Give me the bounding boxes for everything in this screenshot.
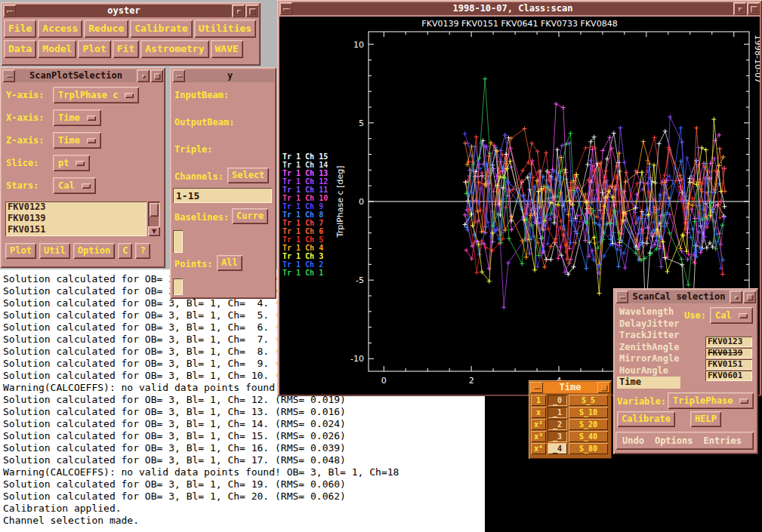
button-c[interactable]: C xyxy=(118,243,132,259)
cal-type-wavelength[interactable]: Wavelength xyxy=(617,306,680,318)
window-menu-button[interactable] xyxy=(3,5,16,17)
button-item[interactable]: ? xyxy=(135,243,150,259)
menu-button-astrometry[interactable]: Astrometry xyxy=(140,40,208,58)
star-list-item-fkv0123[interactable]: FKV0123 xyxy=(8,201,144,213)
order-toggle-3[interactable]: _3 xyxy=(548,431,567,442)
legend-entry-tr-1-ch-1: Tr 1 Ch 1 xyxy=(282,269,328,277)
basis-button-x[interactable]: x³ xyxy=(531,431,546,442)
window-menu-button[interactable] xyxy=(2,69,15,82)
menu-button-wave[interactable]: WAVE xyxy=(211,40,243,58)
menu-undo[interactable]: Undo xyxy=(622,435,644,446)
menu-button-file[interactable]: File xyxy=(4,20,36,38)
cal-star-fkv0601[interactable]: FKV0601 xyxy=(705,371,752,381)
maximize-button[interactable] xyxy=(150,69,163,82)
smoothing-column: S_5S_10S_20S_40S_80 xyxy=(569,395,608,454)
window-menu-button[interactable] xyxy=(615,291,628,303)
variable-option-menu[interactable]: TriplePhase xyxy=(668,392,754,409)
scrollbar-thumb[interactable] xyxy=(150,203,159,217)
basis-button-x[interactable]: x⁴ xyxy=(531,443,546,454)
points-button[interactable]: All xyxy=(217,255,242,271)
time-basis-grid: 1xx²x³x⁴ _0_1_2_3_4 S_5S_10S_20S_40S_80 xyxy=(531,395,610,454)
time-titlebar[interactable]: Time xyxy=(530,382,610,393)
star-list: FKV0123FKV0139FKV0151 xyxy=(5,201,147,236)
cal-type-time[interactable]: Time xyxy=(617,377,680,389)
smooth-button-s-80[interactable]: S_80 xyxy=(569,443,608,454)
cal-type-mirrorangle[interactable]: MirrorAngle xyxy=(617,353,680,365)
menu-button-utilities[interactable]: Utilities xyxy=(194,20,256,38)
option-menu-indicator xyxy=(739,398,748,404)
menu-options[interactable]: Options xyxy=(655,435,693,446)
channels-range-input[interactable] xyxy=(173,188,272,203)
iconify-button[interactable] xyxy=(232,5,245,17)
order-toggle-0[interactable]: _0 xyxy=(548,395,567,406)
option-menu-indicator xyxy=(739,313,748,318)
menu-button-reduce[interactable]: Reduce xyxy=(84,20,128,38)
scan-plot-selection-title: ScanPlotSelection xyxy=(16,69,136,82)
smooth-button-s-10[interactable]: S_10 xyxy=(569,407,608,418)
option-menu-slice[interactable]: pt xyxy=(53,155,90,171)
button-util[interactable]: Util xyxy=(39,243,70,259)
use-option-menu[interactable]: Cal xyxy=(710,307,753,324)
menu-button-access[interactable]: Access xyxy=(38,20,82,38)
window-menu-button[interactable] xyxy=(279,2,292,15)
basis-button-x[interactable]: x xyxy=(531,407,546,418)
plot-titlebar[interactable]: 1998-10-07, Class:scan xyxy=(279,2,760,15)
cal-star-fkv0123[interactable]: FKV0123 xyxy=(705,337,752,347)
button-option[interactable]: Option xyxy=(73,243,115,259)
option-menu-y-axis[interactable]: TrplPhase c xyxy=(53,87,139,103)
basis-button-1[interactable]: 1 xyxy=(531,395,546,406)
smooth-button-s-5[interactable]: S_5 xyxy=(569,395,608,406)
list-scrollbar[interactable]: ▼ xyxy=(148,201,160,236)
iconify-button[interactable] xyxy=(730,291,742,303)
smooth-button-s-40[interactable]: S_40 xyxy=(569,431,608,442)
menu-entries[interactable]: Entries xyxy=(703,435,742,446)
cal-star-fkv0139[interactable]: FKV0139 xyxy=(705,348,752,358)
channels-select-button[interactable]: Select xyxy=(227,168,269,183)
order-toggle-1[interactable]: _1 xyxy=(548,407,567,418)
scrollbar-down-arrow[interactable]: ▼ xyxy=(148,226,160,236)
cal-type-delayjitter[interactable]: DelayJitter xyxy=(617,318,680,331)
option-menu-stars[interactable]: Cal xyxy=(53,177,96,194)
menu-button-plot[interactable]: Plot xyxy=(78,40,110,58)
order-toggle-4[interactable]: _4 xyxy=(548,443,567,454)
menu-button-calibrate[interactable]: Calibrate xyxy=(130,20,192,38)
iconify-button[interactable] xyxy=(733,2,746,15)
cal-type-zenithangle[interactable]: ZenithAngle xyxy=(617,342,680,354)
option-menu-indicator xyxy=(76,161,85,166)
cal-type-hourangle[interactable]: HourAngle xyxy=(617,365,680,377)
menu-button-model[interactable]: Model xyxy=(38,40,76,58)
calibrate-button[interactable]: Calibrate xyxy=(617,411,675,427)
option-menu-x-axis[interactable]: Time xyxy=(53,109,101,126)
oyster-titlebar[interactable]: oyster xyxy=(3,5,258,17)
option-menu-z-axis[interactable]: Time xyxy=(53,132,101,149)
points-list[interactable] xyxy=(173,278,183,295)
maximize-button[interactable] xyxy=(747,2,760,15)
y-titlebar[interactable]: y xyxy=(172,69,274,82)
maximize-button[interactable] xyxy=(245,5,258,17)
y-window: y InputBeam: OutputBeam: Triple: Channel… xyxy=(170,67,276,299)
field-label: Y-axis: xyxy=(6,90,53,100)
iconify-button[interactable] xyxy=(137,69,150,82)
baselines-list[interactable] xyxy=(173,230,183,253)
menu-button-data[interactable]: Data xyxy=(4,40,36,58)
order-toggle-2[interactable]: _2 xyxy=(548,419,567,430)
basis-button-x[interactable]: x² xyxy=(531,419,546,430)
smooth-button-s-20[interactable]: S_20 xyxy=(569,419,608,430)
button-plot[interactable]: Plot xyxy=(5,243,36,259)
input-beam-label: InputBeam: xyxy=(174,90,229,100)
help-button[interactable]: HELP xyxy=(690,411,721,427)
maximize-button[interactable] xyxy=(597,382,610,393)
legend-entry-tr-1-ch-12: Tr 1 Ch 12 xyxy=(282,177,328,186)
scancal-titlebar[interactable]: ScanCal selection xyxy=(615,291,756,303)
cal-type-trackjitter[interactable]: TrackJitter xyxy=(617,330,680,342)
maximize-button[interactable] xyxy=(743,291,756,303)
menu-button-fit[interactable]: Fit xyxy=(113,40,139,58)
star-list-item-fkv0151[interactable]: FKV0151 xyxy=(8,224,144,235)
plot-title: 1998-10-07, Class:scan xyxy=(293,2,733,15)
star-list-item-fkv0139[interactable]: FKV0139 xyxy=(8,213,144,224)
scan-plot-selection-titlebar[interactable]: ScanPlotSelection xyxy=(2,69,163,82)
cal-star-fkv0151[interactable]: FKV0151 xyxy=(705,359,752,370)
window-menu-button[interactable] xyxy=(530,382,543,393)
baselines-button[interactable]: Curre xyxy=(232,208,268,224)
window-menu-button[interactable] xyxy=(172,69,185,82)
